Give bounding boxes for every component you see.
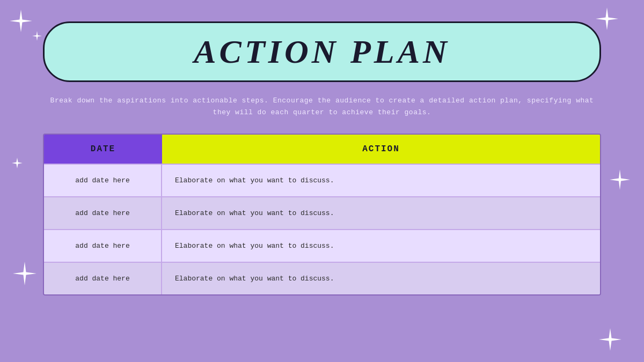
row-0-date: add date here — [44, 165, 162, 196]
background: ACTION PLAN Break down the aspirations i… — [0, 0, 644, 362]
row-1-action: Elaborate on what you want to discuss. — [162, 197, 600, 229]
header-action-cell: ACTION — [162, 135, 600, 164]
row-2-date: add date here — [44, 230, 162, 262]
table-row: add date hereElaborate on what you want … — [44, 262, 600, 294]
subtitle-text: Break down the aspirations into actionab… — [43, 95, 601, 119]
header-action-label: ACTION — [362, 144, 400, 154]
star-decoration-br — [599, 328, 621, 353]
header-date-cell: DATE — [44, 135, 162, 164]
table-header: DATE ACTION — [44, 135, 600, 164]
table-body: add date hereElaborate on what you want … — [44, 164, 600, 294]
header-date-label: DATE — [91, 144, 115, 154]
action-table: DATE ACTION add date hereElaborate on wh… — [43, 134, 601, 295]
table-row: add date hereElaborate on what you want … — [44, 196, 600, 229]
table-row: add date hereElaborate on what you want … — [44, 164, 600, 196]
main-content: ACTION PLAN Break down the aspirations i… — [0, 0, 644, 312]
row-2-action: Elaborate on what you want to discuss. — [162, 230, 600, 262]
row-3-action: Elaborate on what you want to discuss. — [162, 263, 600, 294]
table-row: add date hereElaborate on what you want … — [44, 229, 600, 262]
page-title: ACTION PLAN — [77, 33, 567, 71]
title-box: ACTION PLAN — [43, 21, 601, 82]
row-1-date: add date here — [44, 197, 162, 229]
row-0-action: Elaborate on what you want to discuss. — [162, 165, 600, 196]
row-3-date: add date here — [44, 263, 162, 294]
